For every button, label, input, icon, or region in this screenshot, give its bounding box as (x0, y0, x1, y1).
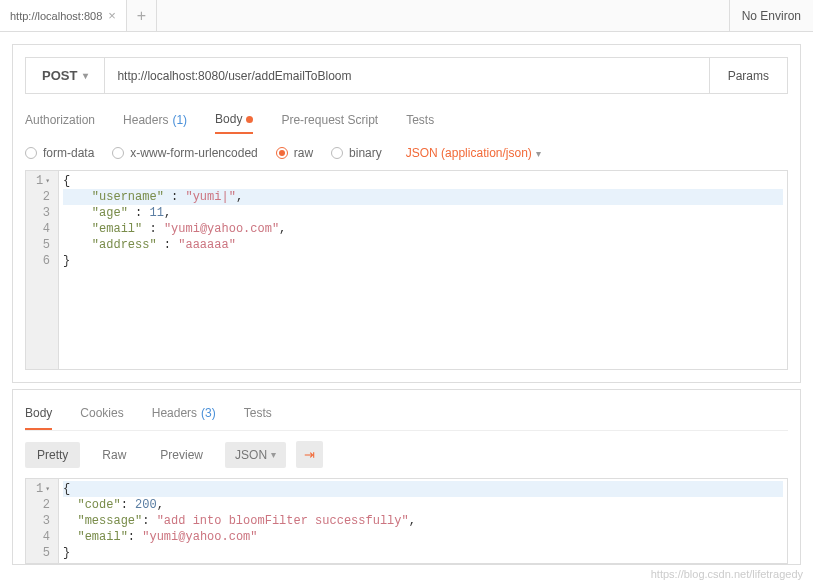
http-method-selector[interactable]: POST ▾ (26, 58, 105, 93)
url-row: POST ▾ Params (25, 57, 788, 94)
environment-selector[interactable]: No Environ (729, 0, 813, 31)
chevron-down-icon: ▾ (536, 148, 541, 159)
params-label: Params (728, 69, 769, 83)
resp-tab-cookies[interactable]: Cookies (80, 400, 123, 430)
tab-title: http://localhost:808 (10, 10, 102, 22)
view-pretty[interactable]: Pretty (25, 442, 80, 468)
fold-icon[interactable]: ▾ (45, 173, 50, 189)
radio-form-data[interactable]: form-data (25, 146, 94, 160)
gutter: 1▾ 2 3 4 5 (26, 479, 59, 563)
radio-icon (331, 147, 343, 159)
view-preview[interactable]: Preview (148, 442, 215, 468)
response-tabs: Body Cookies Headers(3) Tests (25, 400, 788, 431)
add-tab-button[interactable]: + (127, 0, 157, 31)
response-body-editor[interactable]: 1▾ 2 3 4 5 { "code": 200, "message": "ad… (25, 478, 788, 564)
gutter: 1▾ 2 3 4 5 6 (26, 171, 59, 369)
radio-raw[interactable]: raw (276, 146, 313, 160)
chevron-down-icon: ▾ (271, 449, 276, 460)
code-area[interactable]: { "username" : "yumi|", "age" : 11, "ema… (59, 171, 787, 369)
code-area[interactable]: { "code": 200, "message": "add into bloo… (59, 479, 787, 563)
resp-tab-body[interactable]: Body (25, 400, 52, 430)
headers-count: (3) (201, 406, 216, 422)
wrap-lines-button[interactable]: ⇥ (296, 441, 323, 468)
top-bar: http://localhost:808 × + No Environ (0, 0, 813, 32)
params-button[interactable]: Params (709, 58, 787, 93)
environment-label: No Environ (742, 9, 801, 23)
response-panel: Body Cookies Headers(3) Tests Pretty Raw… (12, 389, 801, 565)
radio-icon (25, 147, 37, 159)
tab-authorization[interactable]: Authorization (25, 106, 95, 134)
modified-dot-icon (246, 116, 253, 123)
format-selector[interactable]: JSON▾ (225, 442, 286, 468)
request-tabs: Authorization Headers(1) Body Pre-reques… (25, 106, 788, 134)
tab-body[interactable]: Body (215, 106, 253, 134)
request-panel: POST ▾ Params Authorization Headers(1) B… (12, 44, 801, 383)
body-type-selector: form-data x-www-form-urlencoded raw bina… (25, 146, 788, 160)
radio-icon (112, 147, 124, 159)
radio-icon (276, 147, 288, 159)
headers-count: (1) (172, 113, 187, 127)
watermark: https://blog.csdn.net/lifetragedy (651, 568, 803, 580)
tab-tests[interactable]: Tests (406, 106, 434, 134)
tab-prerequest[interactable]: Pre-request Script (281, 106, 378, 134)
resp-tab-tests[interactable]: Tests (244, 400, 272, 430)
fold-icon[interactable]: ▾ (45, 481, 50, 497)
request-tab[interactable]: http://localhost:808 × (0, 0, 127, 31)
radio-urlencoded[interactable]: x-www-form-urlencoded (112, 146, 257, 160)
chevron-down-icon: ▾ (83, 70, 88, 81)
method-label: POST (42, 68, 77, 83)
resp-tab-headers[interactable]: Headers(3) (152, 400, 216, 430)
tab-strip: http://localhost:808 × + (0, 0, 729, 31)
url-input[interactable] (105, 58, 708, 93)
response-toolbar: Pretty Raw Preview JSON▾ ⇥ (25, 441, 788, 468)
view-raw[interactable]: Raw (90, 442, 138, 468)
content-type-selector[interactable]: JSON (application/json)▾ (406, 146, 541, 160)
close-icon[interactable]: × (108, 8, 116, 23)
request-body-editor[interactable]: 1▾ 2 3 4 5 6 { "username" : "yumi|", "ag… (25, 170, 788, 370)
radio-binary[interactable]: binary (331, 146, 382, 160)
tab-headers[interactable]: Headers(1) (123, 106, 187, 134)
